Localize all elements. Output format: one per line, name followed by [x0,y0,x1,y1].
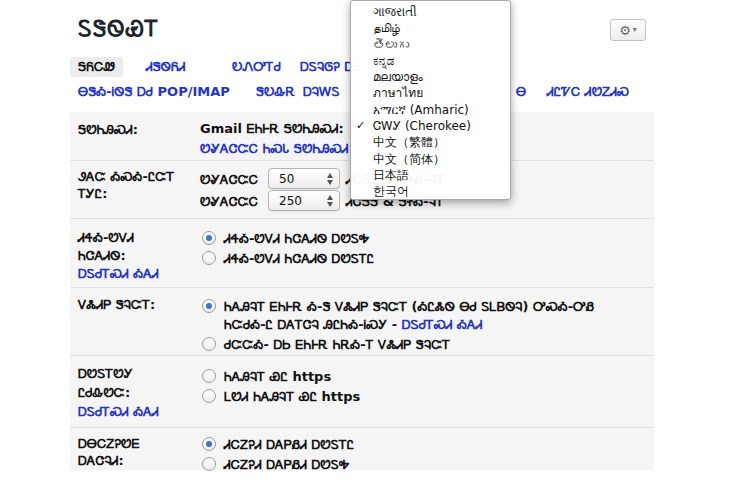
conversation-view-on-label[interactable]: ᏗᏎᎣ-ᏬᏙᏗ ᏂᏣᎪᏗᏫ ᎠᏬᏚᎭ [224,231,369,247]
browser-connection-label-line2: ᏝᏧᎲᏬᏨ: [78,385,130,401]
conversation-view-off-radio[interactable] [202,251,216,265]
images-ask-radio[interactable] [202,337,216,351]
tab-inbox[interactable]: ᎧᏁᎤᎢᏧ [232,59,281,75]
page-size-label-line1: ᏭᎪᏨ ᎣᏍᎣ-ᏝᏨᎢ [78,169,174,185]
tab-themes[interactable]: ᏗᏝᏤᏟ ᏗᏬᏃᏗᏍ [547,84,629,100]
https-always-radio[interactable] [202,369,216,383]
browser-learn-more-link[interactable]: ᎠᏚᏧᎢᏍᏗ ᎣᎪᏗ [78,404,159,420]
conversation-view-label-line2: ᏂᏣᎪᏗᏫ: [78,248,126,264]
browser-connection-label-line1: ᎠᏬᏚᎢᏬᎩ [78,366,133,382]
gmail-logo: ᏚᏕᏫᏯᎢ [78,16,159,41]
images-ask-label[interactable]: ᏧᏨᏨᎣ- ᎠᏏ ᎬᏂᎰᎡ ᏂᎡᎣ-Ꭲ ᏙᏜᏗᏢ ᏕᎸᏨᎢ [224,337,450,353]
page-size-label-line2: ᎢᎩᏝ: [78,186,107,202]
show-word-row1: ᏬᎽᎪᏣᏨᏟ [200,172,258,188]
menu-item-chinese-simplified[interactable]: 中文（简体） [351,151,510,167]
language-label: ᎦᏬᏂᎯᏍᏗ: [78,122,138,138]
language-dropdown-menu: ગાજરાતી தமிழ் తెలుగు ಕನ್ನಡ മലയാളം ภาษาไท… [350,0,511,200]
menu-item-telugu[interactable]: తెలుగు [351,37,510,53]
contacts-per-page-select[interactable]: 250 [268,190,340,211]
tab-labels[interactable]: ᏗᏕᏫᏲᏗ [146,59,186,75]
menu-item-gujarati[interactable]: ગાજરાતી [351,4,510,20]
conversation-view-label-line1: ᏗᏎᎣ-ᏬᏙᏗ [78,230,134,246]
menu-item-amharic[interactable]: አማርኛ (Amharic) [351,102,510,118]
keyboard-shortcuts-label-line2: ᎠᎪᏣᎸᏗ: [78,453,124,469]
https-dont-radio[interactable] [202,389,216,403]
language-display-text: Gmail ᎬᏂᎰᎡ ᎦᏬᏂᎯᏍᏗ: [200,121,344,137]
images-always-radio[interactable] [202,299,216,313]
menu-item-chinese-traditional[interactable]: 中文（繁體） [351,134,510,150]
row-separator [70,287,654,288]
https-always-label[interactable]: ᏂᎪᎯᎸᎢ ᏯᏝ https [224,369,331,385]
conversations-per-page-value: 50 [269,172,327,186]
https-dont-label[interactable]: ᏞᏬᏗ ᏂᎪᎯᎸᎢ ᏯᏝ https [224,389,360,405]
gear-icon: ⚙ [619,24,631,37]
conversation-view-on-radio[interactable] [202,231,216,245]
conversation-learn-more-link[interactable]: ᎠᏚᏧᎢᏍᏗ ᎣᎪᏗ [78,266,159,282]
menu-item-cherokee-label: ᏣᎳᎩ (Cherokee) [373,119,471,133]
contacts-per-page-value: 250 [269,194,327,208]
gmail-settings-page: ᏚᏕᏫᏯᎢ ⚙ ▾ ᎦᏲᏟᏪ ᏗᏕᏫᏲᏗ ᎧᏁᎤᎢᏧ ᎠᏚᎸᎶᎮ ᎠᏧ ᎾᏕᎣ-… [0,0,750,499]
tab-forwarding-pop-imap[interactable]: ᎾᏕᎣ-ᎥᏫᏕ ᎠᏧ POP/IMAP [78,84,230,100]
settings-gear-button[interactable]: ⚙ ▾ [610,19,646,41]
shortcuts-on-label[interactable]: ᏗᏟᏃᎮᏗ ᎠᎪᏢᏰᏗ ᎠᏬᏚᎭ [224,457,349,473]
shortcuts-off-radio[interactable] [202,437,216,451]
images-label: ᏙᏜᏗᏢ ᏕᎸᏨᎢ: [78,297,155,313]
keyboard-shortcuts-label-line1: ᎠᎾᏟᏃᎮᏬᎬ [78,436,140,452]
show-word-row2: ᏬᎽᎪᏣᏨᏟ [200,194,258,210]
tab-webclips[interactable]: ᎠᎸᎳᏚ [303,84,340,100]
images-learn-more-link[interactable]: ᎠᏚᏧᎢᏍᏗ ᎣᎪᏗ [402,317,483,332]
menu-item-malayalam[interactable]: മലയാളം [351,69,510,85]
menu-item-cherokee[interactable]: ✓ᏣᎳᎩ (Cherokee) [351,118,510,134]
check-icon: ✓ [356,118,365,134]
menu-item-kannada[interactable]: ಕನ್ನಡ [351,53,510,69]
images-always-label-line2: ᏂᏨᏧᎣ-Ꮭ ᎠᎪᎢᏣᎸ ᎯᏝᏂᎣ-ᎥᏍᎩ - ᎠᏚᏧᎢᏍᏗ ᎣᎪᏗ [224,317,483,333]
change-language-link[interactable]: ᏬᎽᎪᏣᏨᏟ ᏂᏍᏓ ᎦᏬᏂᎯᏍᏗ [200,141,349,157]
conversation-view-off-label[interactable]: ᏗᏎᎣ-ᏬᏙᏗ ᏂᏣᎪᏗᏫ ᎠᏬᏚᎢᏝ [224,251,374,267]
shortcuts-on-radio[interactable] [202,457,216,471]
row-separator [70,355,654,356]
row-separator [70,427,654,428]
conversations-per-page-select[interactable]: 50 [268,168,340,189]
chevron-down-icon: ▾ [633,26,637,34]
shortcuts-off-label[interactable]: ᏗᏟᏃᎮᏗ ᎠᎪᏢᏰᏗ ᎠᏬᏚᎢᏝ [224,437,354,453]
menu-item-korean[interactable]: 한국어 [351,183,510,199]
tab-chat[interactable]: ᏕᎧᎲᎡ [256,84,295,100]
menu-item-thai[interactable]: ภาษาไทย [351,85,510,101]
menu-item-japanese[interactable]: 日本語 [351,167,510,183]
stepper-icon [327,195,333,207]
stepper-icon [327,173,333,185]
row-separator [70,218,654,219]
menu-item-tamil[interactable]: தமிழ் [351,20,510,36]
images-always-label-line1[interactable]: ᏂᎪᎯᎸᎢ ᎬᏂᎰᎡ Ꭳ-Ꮥ ᏙᏜᏗᏢ ᏕᎸᏨᎢ (ᎣᏝᏜᏫ ᎾᏧ ᏚᏞᏴᏫᎸ)… [224,299,594,315]
tab-general[interactable]: ᎦᏲᏟᏪ [70,57,123,77]
images-always-line2-text: ᏂᏨᏧᎣ-Ꮭ ᎠᎪᎢᏣᎸ ᎯᏝᏂᎣ-ᎥᏍᎩ - [224,317,402,332]
tab-partial[interactable]: Ꮎ [516,84,526,100]
